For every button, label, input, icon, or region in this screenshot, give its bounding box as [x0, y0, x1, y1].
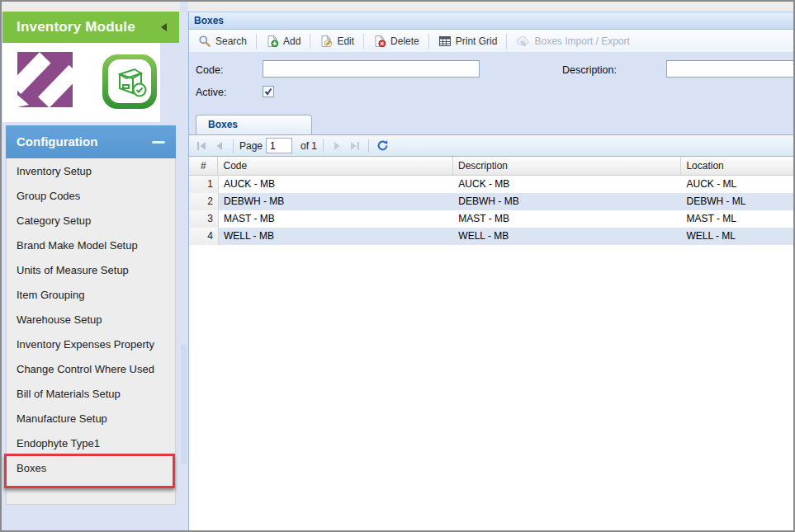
toolbar-separator: [256, 34, 257, 49]
row-number-cell: 4: [189, 228, 219, 245]
page-number-input[interactable]: [266, 138, 292, 153]
column-header-location[interactable]: Location: [681, 157, 793, 175]
sidebar-item-warehouse-setup[interactable]: Warehouse Setup: [7, 308, 175, 332]
edit-button-label: Edit: [337, 35, 354, 47]
delete-button[interactable]: Delete: [367, 32, 425, 50]
row-number-cell: 3: [189, 210, 219, 228]
sidebar-item-bill-of-materials-setup[interactable]: Bill of Materials Setup: [7, 382, 175, 407]
splitter-handle[interactable]: [181, 345, 187, 464]
sidebar-item-units-of-measure-setup[interactable]: Units of Measure Setup: [7, 258, 175, 283]
sidebar-item-endophyte-type1[interactable]: Endophyte Type1: [7, 431, 175, 456]
add-button[interactable]: Add: [260, 32, 306, 50]
configuration-accordion-header[interactable]: Configuration: [6, 125, 176, 158]
code-label: Code:: [196, 64, 223, 76]
next-page-button[interactable]: [329, 139, 344, 153]
search-icon: [198, 35, 211, 48]
page-count-label: of 1: [300, 140, 317, 152]
print-grid-button-label: Print Grid: [456, 35, 498, 47]
code-cell: WELL - MB: [219, 228, 453, 245]
toolbar-separator: [310, 34, 310, 49]
table-row[interactable]: 2 DEBWH - MB DEBWH - MB DEBWH - ML: [189, 193, 793, 210]
search-button[interactable]: Search: [192, 32, 253, 50]
table-row[interactable]: 1 AUCK - MB AUCK - MB AUCK - ML: [189, 176, 793, 193]
refresh-button[interactable]: [375, 139, 390, 153]
page-label: Page: [239, 140, 263, 152]
location-cell: DEBWH - ML: [681, 193, 793, 210]
app-window: Inventory Module: [0, 0, 795, 532]
row-number-cell: 2: [189, 193, 219, 210]
print-grid-button[interactable]: Print Grid: [433, 32, 504, 50]
edit-button[interactable]: Edit: [314, 32, 360, 50]
active-label: Active:: [196, 87, 227, 98]
toolbar: Search Add Edit Delete: [189, 30, 793, 53]
sidebar-splitter[interactable]: [180, 0, 188, 532]
grid-header: # Code Description Location: [189, 157, 793, 176]
toolbar-separator: [428, 34, 429, 49]
boxes-grid: # Code Description Location 1 AUCK - MB …: [189, 157, 793, 530]
delete-button-label: Delete: [390, 35, 419, 47]
boxes-module-icon: [102, 54, 158, 113]
toolbar-separator: [506, 34, 507, 49]
boxes-import-export-label: Boxes Import / Export: [534, 35, 629, 47]
column-header-description[interactable]: Description: [453, 157, 681, 175]
paging-separator: [233, 139, 234, 153]
code-cell: MAST - MB: [219, 210, 453, 228]
collapse-minus-icon[interactable]: [152, 141, 165, 144]
module-header-title: Inventory Module: [17, 19, 135, 35]
tab-boxes-label: Boxes: [208, 119, 238, 130]
paging-separator: [368, 139, 369, 153]
company-logo: [17, 52, 73, 111]
tab-boxes[interactable]: Boxes: [196, 115, 312, 134]
location-cell: AUCK - ML: [681, 176, 793, 193]
column-header-code[interactable]: Code: [218, 157, 453, 175]
sidebar-item-category-setup[interactable]: Category Setup: [7, 209, 175, 233]
paging-separator: [323, 139, 324, 153]
sidebar-item-inventory-expenses-property[interactable]: Inventory Expenses Property: [7, 332, 175, 357]
panel-title: Boxes: [189, 12, 224, 29]
code-input[interactable]: [263, 60, 480, 78]
description-input[interactable]: [666, 60, 793, 78]
location-cell: WELL - ML: [681, 228, 793, 245]
previous-page-button[interactable]: [212, 139, 227, 153]
table-row[interactable]: 3 MAST - MB MAST - MB MAST - ML: [189, 210, 793, 228]
sidebar-item-group-codes[interactable]: Group Codes: [7, 184, 175, 209]
print-grid-icon: [438, 35, 452, 48]
sidebar-item-item-grouping[interactable]: Item Grouping: [7, 283, 175, 308]
window-top-strip: [2, 2, 793, 12]
import-export-icon: [516, 35, 530, 48]
boxes-panel: Boxes Search Add Edit: [188, 12, 793, 530]
sidebar-item-change-control-where-used[interactable]: Change Control Where Used: [7, 357, 175, 382]
search-button-label: Search: [215, 35, 247, 47]
sidebar-item-manufacture-setup[interactable]: Manufacture Setup: [7, 407, 175, 431]
table-row[interactable]: 4 WELL - MB WELL - MB WELL - ML: [189, 228, 793, 245]
collapse-left-icon[interactable]: [161, 23, 167, 31]
description-cell: DEBWH - MB: [453, 193, 681, 210]
description-cell: WELL - MB: [453, 228, 681, 245]
description-label: Description:: [562, 64, 617, 76]
description-cell: MAST - MB: [453, 210, 681, 228]
delete-icon: [373, 35, 386, 48]
last-page-button[interactable]: [348, 139, 362, 153]
code-cell: AUCK - MB: [219, 176, 453, 193]
add-button-label: Add: [283, 35, 300, 47]
sidebar: Inventory Module: [2, 12, 180, 530]
configuration-header-label: Configuration: [17, 134, 97, 148]
sidebar-item-brand-make-model-setup[interactable]: Brand Make Model Setup: [7, 233, 175, 258]
sidebar-item-inventory-setup[interactable]: Inventory Setup: [7, 159, 175, 184]
location-cell: MAST - ML: [681, 210, 793, 228]
edit-icon: [319, 35, 333, 48]
configuration-menu: Inventory Setup Group Codes Category Set…: [6, 158, 176, 505]
description-cell: AUCK - MB: [453, 176, 681, 193]
add-icon: [266, 35, 279, 48]
active-checkbox[interactable]: [263, 86, 274, 97]
toolbar-separator: [363, 34, 364, 49]
boxes-highlight-annotation: [4, 454, 175, 488]
paging-toolbar: Page of 1: [189, 134, 793, 157]
first-page-button[interactable]: [194, 139, 209, 153]
row-number-cell: 1: [189, 176, 219, 193]
module-header[interactable]: Inventory Module: [2, 12, 179, 43]
boxes-import-export-button[interactable]: Boxes Import / Export: [510, 32, 635, 50]
panel-title-bar: Boxes: [189, 12, 793, 30]
code-cell: DEBWH - MB: [219, 193, 453, 210]
column-header-number[interactable]: #: [189, 157, 218, 175]
